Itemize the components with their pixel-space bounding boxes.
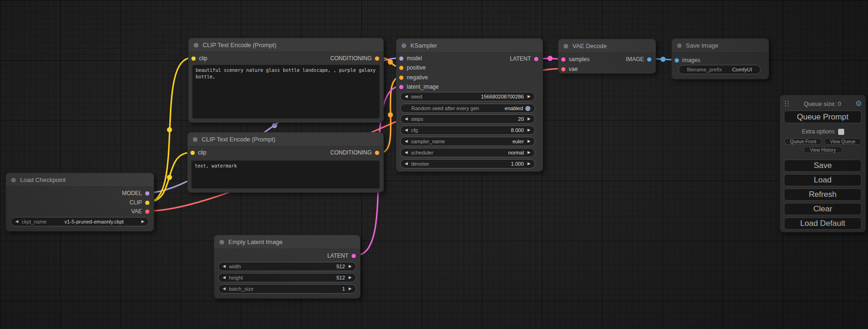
denoise-widget[interactable]: ◀ denoise 1.000 ▶: [400, 159, 535, 168]
view-history-button[interactable]: View History: [804, 147, 842, 153]
output-clip[interactable]: CLIP: [129, 198, 149, 207]
node-clip-text-encode-negative[interactable]: CLIP Text Encode (Prompt) clip CONDITION…: [187, 132, 384, 193]
clip-slot-icon[interactable]: [191, 151, 195, 155]
queue-front-button[interactable]: Queue Front: [784, 138, 822, 145]
latent-slot-icon[interactable]: [352, 254, 356, 258]
increment-arrow-icon[interactable]: ▶: [349, 276, 352, 280]
node-titlebar[interactable]: CLIP Text Encode (Prompt): [188, 133, 383, 147]
height-widget[interactable]: ◀ height 512 ▶: [218, 273, 356, 282]
output-conditioning[interactable]: CONDITIONING: [330, 148, 379, 157]
output-model[interactable]: MODEL: [122, 189, 149, 198]
input-vae[interactable]: vae: [561, 64, 578, 74]
steps-widget[interactable]: ◀ steps 20 ▶: [400, 114, 535, 124]
input-clip[interactable]: clip: [191, 148, 206, 157]
scheduler-widget[interactable]: ◀ scheduler normal ▶: [400, 148, 535, 157]
node-ksampler[interactable]: KSampler model positive negative latent_…: [396, 38, 543, 172]
drag-handle-icon[interactable]: [784, 100, 790, 107]
increment-arrow-icon[interactable]: ▶: [528, 128, 530, 132]
increment-arrow-icon[interactable]: ▶: [528, 117, 530, 121]
view-queue-button[interactable]: View Queue: [824, 138, 861, 145]
conditioning-slot-icon[interactable]: [399, 76, 403, 80]
output-image[interactable]: IMAGE: [626, 55, 651, 64]
seed-widget[interactable]: ◀ seed 156680208700286 ▶: [400, 92, 535, 101]
node-clip-text-encode-positive[interactable]: CLIP Text Encode (Prompt) clip CONDITION…: [188, 38, 384, 123]
node-save-image[interactable]: Save Image images filename_prefix ComfyU…: [671, 38, 769, 79]
node-titlebar[interactable]: KSampler: [396, 39, 543, 53]
collapse-dot-icon[interactable]: [677, 43, 682, 48]
collapse-dot-icon[interactable]: [564, 44, 568, 49]
save-button[interactable]: Save: [784, 160, 861, 172]
queue-panel[interactable]: Queue size: 0 ⚙ Queue Prompt Extra optio…: [780, 95, 866, 232]
node-titlebar[interactable]: Empty Latent Image: [214, 235, 360, 249]
decrement-arrow-icon[interactable]: ◀: [405, 151, 408, 154]
conditioning-slot-icon[interactable]: [375, 151, 379, 155]
conditioning-slot-icon[interactable]: [375, 56, 379, 61]
extra-options-checkbox[interactable]: [838, 129, 844, 135]
decrement-arrow-icon[interactable]: ◀: [405, 95, 408, 98]
input-latent-image[interactable]: latent_image: [399, 82, 439, 91]
input-model[interactable]: model: [399, 54, 422, 63]
width-widget[interactable]: ◀ width 512 ▶: [218, 262, 356, 271]
node-titlebar[interactable]: VAE Decode: [558, 39, 656, 53]
image-slot-icon[interactable]: [675, 58, 679, 63]
load-default-button[interactable]: Load Default: [784, 217, 861, 230]
random-seed-toggle-widget[interactable]: Random seed after every gen enabled: [400, 104, 535, 113]
gear-icon[interactable]: ⚙: [855, 100, 862, 107]
increment-arrow-icon[interactable]: ▶: [528, 162, 530, 166]
vae-slot-icon[interactable]: [145, 210, 149, 214]
node-titlebar[interactable]: CLIP Text Encode (Prompt): [189, 38, 383, 52]
increment-arrow-icon[interactable]: ▶: [528, 95, 530, 98]
increment-arrow-icon[interactable]: ▶: [349, 265, 352, 268]
node-empty-latent-image[interactable]: Empty Latent Image LATENT ◀ width 512 ▶ …: [214, 235, 360, 299]
output-latent[interactable]: LATENT: [510, 54, 538, 63]
node-titlebar[interactable]: Save Image: [672, 39, 769, 53]
node-canvas[interactable]: Load Checkpoint MODEL CLIP VAE ◀ ckpt_na…: [0, 0, 868, 329]
collapse-dot-icon[interactable]: [402, 43, 406, 48]
output-vae[interactable]: VAE: [131, 207, 149, 216]
collapse-dot-icon[interactable]: [194, 43, 198, 48]
decrement-arrow-icon[interactable]: ◀: [223, 276, 226, 280]
prompt-textarea[interactable]: text, watermark: [191, 161, 380, 189]
collapse-dot-icon[interactable]: [219, 240, 224, 245]
increment-arrow-icon[interactable]: ▶: [528, 140, 530, 143]
collapse-dot-icon[interactable]: [11, 178, 16, 182]
decrement-arrow-icon[interactable]: ◀: [223, 287, 226, 291]
latent-slot-icon[interactable]: [399, 85, 403, 89]
clear-button[interactable]: Clear: [784, 203, 861, 215]
node-vae-decode[interactable]: VAE Decode samples vae IMAGE: [558, 39, 656, 74]
model-slot-icon[interactable]: [145, 191, 149, 196]
clip-slot-icon[interactable]: [145, 201, 149, 205]
batch-size-widget[interactable]: ◀ batch_size 1 ▶: [218, 284, 356, 294]
input-positive[interactable]: positive: [399, 63, 426, 72]
node-load-checkpoint[interactable]: Load Checkpoint MODEL CLIP VAE ◀ ckpt_na…: [6, 173, 154, 231]
cfg-widget[interactable]: ◀ cfg 8.000 ▶: [400, 126, 535, 135]
decrement-arrow-icon[interactable]: ◀: [405, 140, 408, 143]
increment-arrow-icon[interactable]: ▶: [528, 151, 530, 154]
model-slot-icon[interactable]: [399, 56, 403, 61]
decrement-arrow-icon[interactable]: ◀: [405, 162, 408, 166]
input-clip[interactable]: clip: [191, 54, 207, 63]
image-slot-icon[interactable]: [647, 57, 651, 62]
node-titlebar[interactable]: Load Checkpoint: [6, 173, 154, 187]
decrement-arrow-icon[interactable]: ◀: [405, 128, 408, 132]
increment-arrow-icon[interactable]: ▶: [141, 220, 144, 224]
ckpt-name-widget[interactable]: ◀ ckpt_name v1-5-pruned-emaonly.ckpt ▶: [11, 217, 149, 226]
refresh-button[interactable]: Refresh: [784, 189, 861, 201]
output-latent[interactable]: LATENT: [327, 251, 356, 260]
output-conditioning[interactable]: CONDITIONING: [330, 54, 379, 63]
increment-arrow-icon[interactable]: ▶: [349, 287, 352, 291]
input-negative[interactable]: negative: [399, 73, 428, 82]
input-images[interactable]: images: [675, 56, 700, 65]
decrement-arrow-icon[interactable]: ◀: [223, 265, 226, 268]
filename-prefix-widget[interactable]: filename_prefix ComfyUI: [678, 65, 761, 74]
sampler-name-widget[interactable]: ◀ sampler_name euler ▶: [400, 137, 535, 146]
vae-slot-icon[interactable]: [561, 67, 565, 71]
queue-prompt-button[interactable]: Queue Prompt: [784, 111, 861, 123]
prompt-textarea[interactable]: beautiful scenery nature glass bottle la…: [192, 65, 380, 119]
input-samples[interactable]: samples: [561, 55, 590, 64]
load-button[interactable]: Load: [784, 174, 861, 186]
latent-slot-icon[interactable]: [561, 57, 565, 62]
decrement-arrow-icon[interactable]: ◀: [405, 117, 408, 121]
conditioning-slot-icon[interactable]: [399, 66, 403, 70]
latent-slot-icon[interactable]: [534, 57, 538, 61]
